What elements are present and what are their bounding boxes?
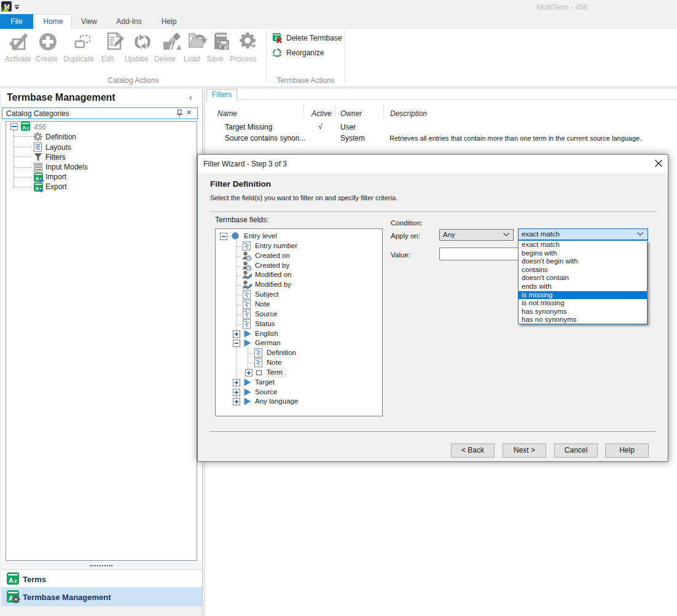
svg-text:A: A (9, 577, 14, 584)
svg-text:A: A (22, 125, 26, 131)
svg-text:z: z (26, 126, 29, 130)
svg-text:z: z (14, 578, 17, 584)
svg-text:M: M (4, 3, 9, 10)
svg-text:A: A (35, 185, 39, 192)
svg-text:A: A (9, 595, 14, 602)
